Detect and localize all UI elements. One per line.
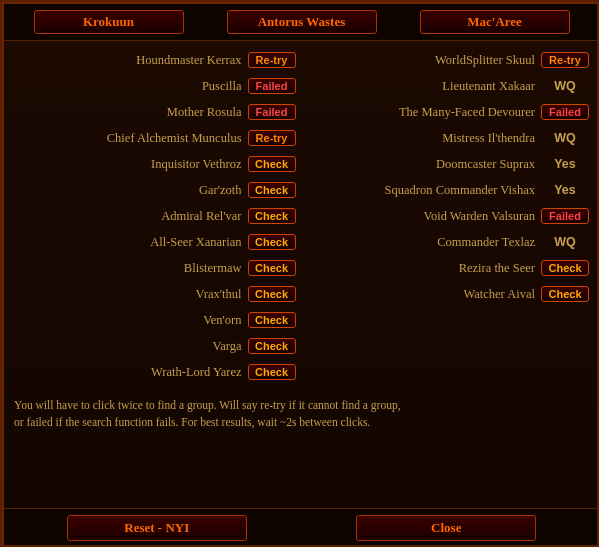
boss-row: VargaCheck xyxy=(14,335,296,357)
content-area: Houndmaster KerraxRe-tryPuscillaFailedMo… xyxy=(4,41,599,391)
status-button[interactable]: Check xyxy=(248,260,296,276)
boss-row: Admiral Rel'varCheck xyxy=(14,205,296,227)
boss-row: Vrax'thulCheck xyxy=(14,283,296,305)
status-button[interactable]: Re-try xyxy=(248,130,296,146)
boss-row: The Many-Faced DevourerFailed xyxy=(308,101,590,123)
boss-row: Houndmaster KerraxRe-try xyxy=(14,49,296,71)
status-button[interactable]: Check xyxy=(248,182,296,198)
status-button[interactable]: Check xyxy=(541,286,589,302)
boss-row: Ven'ornCheck xyxy=(14,309,296,331)
boss-row: Mistress Il'thendraWQ xyxy=(308,127,590,149)
status-button: WQ xyxy=(541,234,589,250)
boss-row: PuscillaFailed xyxy=(14,75,296,97)
boss-row: Watcher AivalCheck xyxy=(308,283,590,305)
boss-row: Void Warden ValsuranFailed xyxy=(308,205,590,227)
boss-name: Mistress Il'thendra xyxy=(308,131,536,146)
status-button[interactable]: Re-try xyxy=(248,52,296,68)
status-button[interactable]: Check xyxy=(248,286,296,302)
boss-row: Gar'zothCheck xyxy=(14,179,296,201)
boss-name: Wrath-Lord Yarez xyxy=(14,365,242,380)
boss-name: Squadron Commander Vishax xyxy=(308,183,536,198)
status-button[interactable]: Check xyxy=(248,312,296,328)
boss-name: Puscilla xyxy=(14,79,242,94)
boss-row: Squadron Commander VishaxYes xyxy=(308,179,590,201)
close-button[interactable]: Close xyxy=(356,515,536,541)
tab-bar: Krokuun Antorus Wastes Mac'Aree xyxy=(4,4,599,41)
boss-row: Wrath-Lord YarezCheck xyxy=(14,361,296,383)
boss-row: WorldSplitter SkuulRe-try xyxy=(308,49,590,71)
tab-antorus-wastes[interactable]: Antorus Wastes xyxy=(227,10,377,34)
boss-name: Vrax'thul xyxy=(14,287,242,302)
info-line-2: or failed if the search function fails. … xyxy=(14,414,589,431)
boss-name: Doomcaster Suprax xyxy=(308,157,536,172)
right-column: WorldSplitter SkuulRe-tryLieutenant Xaka… xyxy=(302,49,596,383)
boss-name: Chief Alchemist Munculus xyxy=(14,131,242,146)
boss-name: Ven'orn xyxy=(14,313,242,328)
boss-name: Houndmaster Kerrax xyxy=(14,53,242,68)
boss-name: Blistermaw xyxy=(14,261,242,276)
boss-row: BlistermawCheck xyxy=(14,257,296,279)
tab-macaree[interactable]: Mac'Aree xyxy=(420,10,570,34)
left-column: Houndmaster KerraxRe-tryPuscillaFailedMo… xyxy=(8,49,302,383)
boss-row: Mother RosulaFailed xyxy=(14,101,296,123)
boss-row: Chief Alchemist MunculusRe-try xyxy=(14,127,296,149)
status-button[interactable]: Check xyxy=(541,260,589,276)
boss-row: Doomcaster SupraxYes xyxy=(308,153,590,175)
info-line-1: You will have to click twice to find a g… xyxy=(14,397,589,414)
status-button[interactable]: Failed xyxy=(248,78,296,94)
status-button[interactable]: Failed xyxy=(541,208,589,224)
status-button[interactable]: Check xyxy=(248,338,296,354)
status-button: Yes xyxy=(541,156,589,172)
main-window: Krokuun Antorus Wastes Mac'Aree Houndmas… xyxy=(2,2,599,547)
boss-name: Rezira the Seer xyxy=(308,261,536,276)
status-button[interactable]: Check xyxy=(248,156,296,172)
boss-row: Inquisitor VethrozCheck xyxy=(14,153,296,175)
status-button[interactable]: Failed xyxy=(248,104,296,120)
boss-row: Commander TexlazWQ xyxy=(308,231,590,253)
boss-name: Gar'zoth xyxy=(14,183,242,198)
boss-row: Rezira the SeerCheck xyxy=(308,257,590,279)
boss-name: All-Seer Xanarian xyxy=(14,235,242,250)
boss-name: Varga xyxy=(14,339,242,354)
status-button[interactable]: Check xyxy=(248,364,296,380)
boss-name: Watcher Aival xyxy=(308,287,536,302)
boss-name: Commander Texlaz xyxy=(308,235,536,250)
status-button: Yes xyxy=(541,182,589,198)
boss-name: WorldSplitter Skuul xyxy=(308,53,536,68)
status-button[interactable]: Failed xyxy=(541,104,589,120)
reset-button[interactable]: Reset - NYI xyxy=(67,515,247,541)
boss-name: Admiral Rel'var xyxy=(14,209,242,224)
boss-row: Lieutenant XakaarWQ xyxy=(308,75,590,97)
status-button: WQ xyxy=(541,130,589,146)
bottom-bar: Reset - NYI Close xyxy=(4,508,599,547)
boss-name: Inquisitor Vethroz xyxy=(14,157,242,172)
boss-name: The Many-Faced Devourer xyxy=(308,105,536,120)
status-button[interactable]: Check xyxy=(248,234,296,250)
status-button[interactable]: Check xyxy=(248,208,296,224)
info-text: You will have to click twice to find a g… xyxy=(4,391,599,434)
boss-row: All-Seer XanarianCheck xyxy=(14,231,296,253)
boss-name: Mother Rosula xyxy=(14,105,242,120)
tab-krokuun[interactable]: Krokuun xyxy=(34,10,184,34)
status-button[interactable]: Re-try xyxy=(541,52,589,68)
status-button: WQ xyxy=(541,78,589,94)
boss-name: Void Warden Valsuran xyxy=(308,209,536,224)
boss-name: Lieutenant Xakaar xyxy=(308,79,536,94)
